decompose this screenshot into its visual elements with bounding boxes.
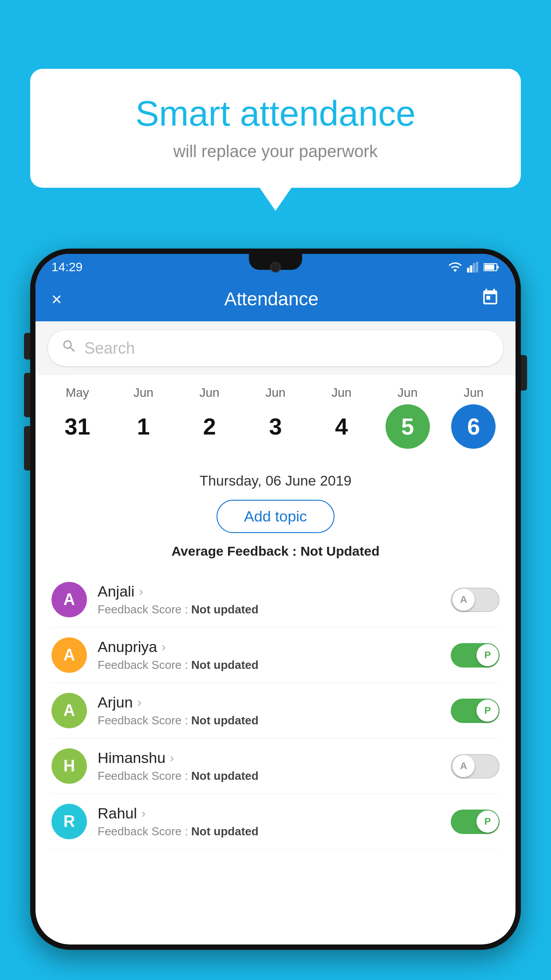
date-item-3[interactable]: Jun3 (249, 386, 302, 449)
toggle-switch[interactable]: P (451, 699, 500, 723)
search-icon (61, 338, 77, 358)
phone-screen: 14:29 (35, 254, 516, 944)
student-info: Anupriya›Feedback Score : Not updated (98, 638, 440, 672)
student-avatar: R (51, 804, 87, 839)
date-number: 5 (386, 404, 430, 449)
date-item-5[interactable]: Jun5 (381, 386, 434, 449)
date-item-1[interactable]: Jun1 (117, 386, 170, 449)
date-month-label: Jun (134, 386, 153, 400)
close-button[interactable]: × (51, 289, 62, 309)
date-month-label: Jun (265, 386, 285, 400)
chevron-icon: › (161, 640, 165, 654)
power-button (521, 355, 527, 391)
date-item-0[interactable]: May31 (51, 386, 104, 449)
calendar-button[interactable] (481, 288, 500, 311)
phone-container: 14:29 (30, 249, 521, 980)
search-bar-container: Search (35, 321, 516, 375)
phone-body: 14:29 (30, 249, 521, 950)
svg-rect-3 (476, 262, 478, 273)
battery-icon (484, 263, 500, 272)
date-number: 1 (121, 404, 165, 449)
feedback-score: Feedback Score : Not updated (98, 658, 440, 672)
student-name[interactable]: Rahul› (98, 805, 440, 822)
app-bar: × Attendance (35, 277, 516, 321)
date-item-2[interactable]: Jun2 (183, 386, 236, 449)
date-month-label: Jun (464, 386, 484, 400)
svg-rect-5 (497, 266, 499, 269)
chevron-icon: › (137, 695, 141, 710)
bubble-subtitle: will replace your paperwork (57, 142, 494, 161)
calendar-icon (481, 288, 500, 307)
date-item-6[interactable]: Jun6 (447, 386, 500, 449)
student-row: AAnjali›Feedback Score : Not updatedA (51, 572, 500, 628)
add-topic-button[interactable]: Add topic (216, 500, 335, 533)
attendance-toggle[interactable]: P (451, 810, 500, 834)
mute-button (24, 333, 30, 360)
student-info: Rahul›Feedback Score : Not updated (98, 805, 440, 838)
signal-icon (467, 262, 479, 273)
feedback-score: Feedback Score : Not updated (98, 714, 440, 727)
toggle-knob: A (453, 589, 475, 611)
date-number: 3 (253, 404, 298, 449)
toggle-knob: P (476, 699, 499, 722)
date-month-label: Jun (200, 386, 220, 400)
toggle-knob: A (453, 755, 475, 777)
selected-date: Thursday, 06 June 2019 (51, 473, 500, 489)
camera (270, 262, 281, 273)
search-icon-svg (61, 338, 77, 354)
svg-rect-6 (484, 265, 494, 270)
date-number: 4 (319, 404, 364, 449)
date-item-4[interactable]: Jun4 (315, 386, 368, 449)
volume-up-button (24, 373, 30, 417)
phone-notch (249, 254, 302, 270)
toggle-switch[interactable]: A (451, 588, 500, 612)
toggle-switch[interactable]: A (451, 754, 500, 778)
student-row: AArjun›Feedback Score : Not updatedP (51, 683, 500, 739)
student-name[interactable]: Himanshu› (98, 749, 440, 767)
student-info: Anjali›Feedback Score : Not updated (98, 583, 440, 616)
attendance-toggle[interactable]: P (451, 643, 500, 668)
content-area: Thursday, 06 June 2019 Add topic Average… (35, 459, 516, 863)
svg-rect-0 (467, 268, 469, 273)
student-avatar: A (51, 582, 87, 617)
student-avatar: A (51, 637, 87, 673)
student-row: RRahul›Feedback Score : Not updatedP (51, 794, 500, 850)
date-scroll[interactable]: May31Jun1Jun2Jun3Jun4Jun5Jun6 (35, 375, 516, 459)
student-name[interactable]: Arjun› (98, 694, 440, 711)
toggle-switch[interactable]: P (451, 643, 500, 668)
wifi-icon (448, 262, 462, 273)
chevron-icon: › (139, 585, 143, 599)
date-month-label: Jun (331, 386, 351, 400)
search-bar[interactable]: Search (48, 330, 503, 366)
date-month-label: Jun (398, 386, 417, 400)
student-row: HHimanshu›Feedback Score : Not updatedA (51, 739, 500, 794)
date-number: 2 (187, 404, 232, 449)
student-row: AAnupriya›Feedback Score : Not updatedP (51, 628, 500, 683)
status-icons (448, 262, 500, 273)
student-list: AAnjali›Feedback Score : Not updatedAAAn… (51, 572, 500, 850)
search-placeholder: Search (84, 339, 135, 358)
student-name[interactable]: Anupriya› (98, 638, 440, 656)
feedback-score: Feedback Score : Not updated (98, 825, 440, 838)
date-month-label: May (66, 386, 89, 400)
avg-feedback-label: Average Feedback : (171, 544, 300, 558)
attendance-toggle[interactable]: A (451, 754, 500, 778)
chevron-icon: › (142, 806, 146, 821)
feedback-score: Feedback Score : Not updated (98, 603, 440, 616)
date-number: 6 (451, 404, 496, 449)
status-time: 14:29 (51, 260, 83, 274)
student-name[interactable]: Anjali› (98, 583, 440, 600)
speech-bubble: Smart attendance will replace your paper… (30, 69, 521, 188)
avg-feedback-value: Not Updated (300, 544, 379, 558)
feedback-score: Feedback Score : Not updated (98, 769, 440, 783)
date-number: 31 (55, 404, 99, 449)
chevron-icon: › (170, 751, 174, 765)
student-avatar: H (51, 748, 87, 784)
student-info: Arjun›Feedback Score : Not updated (98, 694, 440, 727)
toggle-switch[interactable]: P (451, 810, 500, 834)
student-avatar: A (51, 693, 87, 728)
attendance-toggle[interactable]: A (451, 588, 500, 612)
attendance-toggle[interactable]: P (451, 699, 500, 723)
bubble-title: Smart attendance (57, 93, 494, 134)
svg-rect-2 (473, 263, 475, 273)
